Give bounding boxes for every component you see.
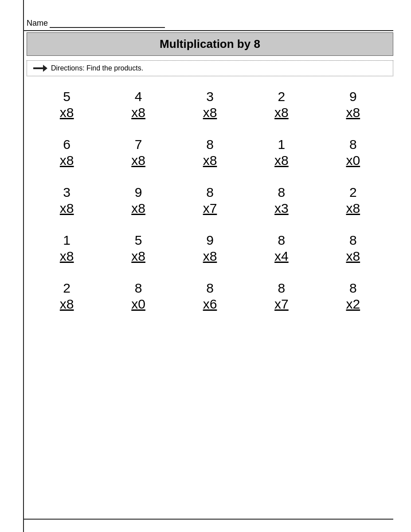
arrow-icon <box>33 64 47 72</box>
bottom-number-2-1: x8 <box>60 153 74 168</box>
problem-cell-2-2: 7x8 <box>102 137 174 168</box>
problem-cell-2-3: 8x8 <box>174 137 246 168</box>
problem-cell-3-2: 9x8 <box>102 184 174 216</box>
bottom-number-3-4: x3 <box>274 200 289 216</box>
top-number-2-2: 7 <box>135 137 142 153</box>
bottom-number-5-4: x7 <box>274 296 289 312</box>
top-number-3-3: 8 <box>206 184 214 200</box>
bottom-number-1-4: x8 <box>274 105 289 121</box>
problem-cell-5-2: 8x0 <box>102 280 174 312</box>
bottom-number-4-2: x8 <box>131 248 145 264</box>
directions-box: Directions: Find the products. <box>27 60 393 76</box>
top-number-3-5: 2 <box>349 184 357 200</box>
top-number-4-1: 1 <box>63 232 70 248</box>
worksheet-title: Multiplication by 8 <box>27 32 393 56</box>
problem-cell-4-4: 8x4 <box>246 232 317 264</box>
bottom-number-2-5: x0 <box>346 153 360 168</box>
top-number-4-3: 9 <box>206 232 214 248</box>
top-number-1-1: 5 <box>63 89 70 105</box>
problem-cell-4-2: 5x8 <box>102 232 174 264</box>
bottom-number-5-3: x6 <box>203 296 217 312</box>
top-number-3-4: 8 <box>278 184 286 200</box>
svg-marker-1 <box>43 65 47 72</box>
bottom-number-1-1: x8 <box>60 105 74 121</box>
top-number-1-4: 2 <box>278 89 286 105</box>
top-number-5-5: 8 <box>349 280 357 296</box>
bottom-number-5-1: x8 <box>60 296 74 312</box>
problem-cell-1-3: 3x8 <box>174 89 246 121</box>
svg-rect-0 <box>33 67 44 69</box>
problem-cell-5-3: 8x6 <box>174 280 246 312</box>
top-number-2-5: 8 <box>349 137 357 153</box>
problem-cell-1-4: 2x8 <box>246 89 317 121</box>
top-number-5-4: 8 <box>278 280 286 296</box>
name-label: Name <box>27 19 48 28</box>
bottom-number-4-1: x8 <box>60 248 74 264</box>
problem-cell-2-5: 8x0 <box>317 137 389 168</box>
top-number-5-1: 2 <box>63 280 70 296</box>
top-number-2-3: 8 <box>206 137 214 153</box>
directions-text: Directions: Find the products. <box>51 64 143 72</box>
problem-row-1: 5x84x83x82x89x8 <box>31 89 389 121</box>
top-number-5-2: 8 <box>135 280 142 296</box>
problem-cell-5-4: 8x7 <box>246 280 317 312</box>
bottom-number-1-3: x8 <box>203 105 217 121</box>
top-number-3-1: 3 <box>63 184 70 200</box>
problem-cell-1-5: 9x8 <box>317 89 389 121</box>
bottom-number-4-5: x8 <box>346 248 360 264</box>
name-write-line <box>50 26 165 28</box>
top-number-2-1: 6 <box>63 137 70 153</box>
bottom-number-4-3: x8 <box>203 248 217 264</box>
bottom-number-2-2: x8 <box>131 153 145 168</box>
bottom-number-2-4: x8 <box>274 153 289 168</box>
problem-cell-2-4: 1x8 <box>246 137 317 168</box>
top-number-5-3: 8 <box>206 280 214 296</box>
problem-cell-3-5: 2x8 <box>317 184 389 216</box>
bottom-number-5-5: x2 <box>346 296 360 312</box>
problem-cell-4-1: 1x8 <box>31 232 102 264</box>
problem-cell-3-4: 8x3 <box>246 184 317 216</box>
top-number-4-5: 8 <box>349 232 357 248</box>
problem-cell-1-2: 4x8 <box>102 89 174 121</box>
bottom-number-3-3: x7 <box>203 200 217 216</box>
top-number-3-2: 9 <box>135 184 142 200</box>
problem-cell-5-1: 2x8 <box>31 280 102 312</box>
name-row: Name <box>27 9 393 31</box>
bottom-number-1-2: x8 <box>131 105 145 121</box>
problem-cell-4-3: 9x8 <box>174 232 246 264</box>
top-number-1-2: 4 <box>135 89 142 105</box>
bottom-number-3-2: x8 <box>131 200 145 216</box>
problem-row-2: 6x87x88x81x88x0 <box>31 137 389 168</box>
problem-cell-2-1: 6x8 <box>31 137 102 168</box>
top-number-1-5: 9 <box>349 89 357 105</box>
problem-row-4: 1x85x89x88x48x8 <box>31 232 389 264</box>
problem-cell-3-1: 3x8 <box>31 184 102 216</box>
bottom-number-3-1: x8 <box>60 200 74 216</box>
bottom-number-2-3: x8 <box>203 153 217 168</box>
top-number-4-2: 5 <box>135 232 142 248</box>
problem-cell-5-5: 8x2 <box>317 280 389 312</box>
problem-cell-4-5: 8x8 <box>317 232 389 264</box>
top-number-1-3: 3 <box>206 89 214 105</box>
top-number-2-4: 1 <box>278 137 286 153</box>
problem-row-3: 3x89x88x78x32x8 <box>31 184 389 216</box>
problems-grid: 5x84x83x82x89x86x87x88x81x88x03x89x88x78… <box>27 89 393 312</box>
worksheet-page: Name Multiplication by 8 Directions: Fin… <box>0 0 411 532</box>
bottom-number-3-5: x8 <box>346 200 360 216</box>
top-border-line <box>23 30 393 31</box>
top-number-4-4: 8 <box>278 232 286 248</box>
problem-cell-3-3: 8x7 <box>174 184 246 216</box>
bottom-number-1-5: x8 <box>346 105 360 121</box>
bottom-number-5-2: x0 <box>131 296 145 312</box>
bottom-number-4-4: x4 <box>274 248 289 264</box>
bottom-border-line <box>23 519 393 520</box>
problem-cell-1-1: 5x8 <box>31 89 102 121</box>
problem-row-5: 2x88x08x68x78x2 <box>31 280 389 312</box>
